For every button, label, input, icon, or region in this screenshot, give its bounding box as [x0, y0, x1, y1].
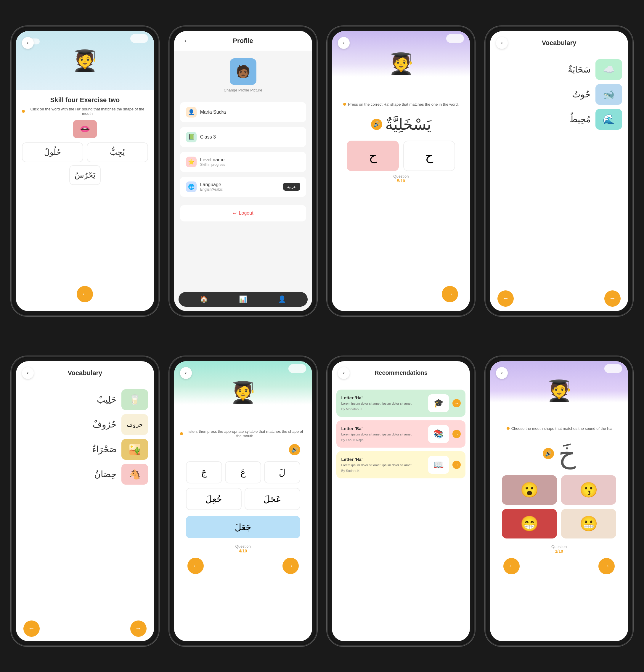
profile-header: ‹ Profile	[174, 31, 312, 51]
lang-icon: 🌐	[186, 181, 196, 192]
vocab-img-milk: 🥛	[121, 389, 148, 410]
syllable-1[interactable]: جَ	[186, 461, 222, 483]
rec-img-2: 📚	[428, 425, 449, 443]
change-pic-label[interactable]: Change Profile Picture	[224, 88, 262, 92]
nav-stats[interactable]: 📊	[239, 296, 247, 303]
nav-prev-6[interactable]: ←	[188, 558, 204, 574]
word-choice-1[interactable]: جُعِلَ	[186, 488, 242, 510]
question-counter-3: Question 5/10	[338, 174, 464, 183]
vocab-item-milk: 🥛 حَلِيبٌ	[22, 389, 148, 410]
choice-ha-1[interactable]: ح	[347, 141, 399, 171]
student-illustration-6: 🧑‍🎓	[174, 361, 312, 423]
lang-toggle-btn[interactable]: عربية	[283, 183, 300, 191]
back-button-3[interactable]: ‹	[338, 37, 350, 49]
mouth-option-3[interactable]: 😁	[502, 509, 557, 539]
mouth-option-1[interactable]: 😮	[502, 475, 557, 505]
speaker-btn-3[interactable]: 🔊	[371, 119, 382, 130]
rec-desc-3: Lorem ipsum dolor sit amet, ipsum dolor …	[341, 463, 425, 467]
rec-card-3: Letter 'Ha' Lorem ipsum dolor sit amet, …	[336, 451, 465, 478]
nav-home[interactable]: 🏠	[200, 296, 208, 303]
nav-next-3[interactable]: →	[442, 286, 458, 302]
word-choice-2[interactable]: عَجَلَ	[245, 488, 300, 510]
phone-frame-5: ‹ Vocabulary 🥛 حَلِيبٌ حروف حُرُوفٌ 🏜️ ص…	[11, 356, 159, 646]
nav-next-6[interactable]: →	[283, 558, 299, 574]
rec-arrow-2[interactable]: →	[452, 430, 461, 438]
screen-content-6: listen, then press the appropriate sylla…	[174, 423, 312, 641]
back-button-4[interactable]: ‹	[496, 37, 508, 49]
class-value: Class 3	[200, 134, 300, 140]
rec-by-3: By Sudhra K.	[341, 469, 425, 472]
syllable-3[interactable]: لَ	[264, 461, 300, 483]
exercise-instruction-6: listen, then press the appropriate sylla…	[180, 429, 306, 438]
vocab-title-4: Vocabulary	[542, 39, 576, 47]
rec-letter-1: Letter 'Ha'	[341, 395, 425, 400]
vocab-prev-5[interactable]: ←	[23, 621, 40, 637]
exercise-instruction-8: Choose the mouth shape that matches the …	[496, 426, 622, 431]
phone-frame-8: ‹ 🧑‍🎓 Choose the mouth shape that matche…	[485, 356, 633, 646]
vocab-nav-5: ← →	[16, 616, 154, 641]
back-button-7[interactable]: ‹	[338, 367, 350, 379]
vocab-title-5: Vocabulary	[68, 369, 102, 377]
back-button-6[interactable]: ‹	[180, 367, 192, 379]
dot-indicator-3	[343, 103, 346, 106]
profile-level-field: ⭐ Level name Skill in progress	[180, 152, 306, 172]
vocab-header-4: ‹ Vocabulary	[490, 31, 628, 55]
vocab-next-4[interactable]: →	[604, 290, 621, 307]
rec-img-3: 📖	[428, 456, 449, 473]
nav-profile[interactable]: 👤	[278, 296, 286, 303]
rec-info-3: Letter 'Ha' Lorem ipsum dolor sit amet, …	[341, 457, 425, 472]
screen-6: ‹ 🧑‍🎓 listen, then press the appropriate…	[174, 361, 312, 641]
nav-next-8[interactable]: →	[598, 558, 615, 574]
screen-1: 🧑‍🎓 ‹ Skill four Exercise two Click on t…	[16, 31, 154, 311]
phone-frame-1: 🧑‍🎓 ‹ Skill four Exercise two Click on t…	[11, 26, 159, 316]
mouth-option-4[interactable]: 😬	[561, 509, 616, 539]
name-text: Maria Sudra	[200, 109, 300, 115]
word-option-1[interactable]: حُلُولٌ	[22, 142, 83, 162]
vocab-img-ocean: 🌊	[595, 109, 622, 130]
screen6-hero: ‹ 🧑‍🎓	[174, 361, 312, 423]
rec-arrow-3[interactable]: →	[452, 461, 461, 469]
choice-ha-2[interactable]: ح	[403, 141, 455, 171]
nav-bottom-1: ←	[22, 286, 148, 305]
phone-4: ‹ Vocabulary ☁️ سَحَابَةٌ 🐋 حُوتٌ 🌊 مُحِ…	[483, 9, 635, 333]
ha-choices: ح ح	[338, 141, 464, 171]
vocab-item-horse: 🐴 حِصَانٌ	[22, 464, 148, 484]
vocab-word-3: مُحِيطٌ	[569, 114, 591, 124]
back-button-1[interactable]: ‹	[22, 37, 34, 49]
counter-value-6: 4/10	[239, 549, 247, 553]
rec-info-1: Letter 'Ha' Lorem ipsum dolor sit amet, …	[341, 395, 425, 411]
name-value: Maria Sudra	[200, 109, 300, 115]
vocab-prev-4[interactable]: ←	[498, 290, 514, 307]
profile-back-btn[interactable]: ‹	[180, 36, 191, 46]
screen-5: ‹ Vocabulary 🥛 حَلِيبٌ حروف حُرُوفٌ 🏜️ ص…	[16, 361, 154, 641]
phone-3: ‹ 🧑‍🎓 Press on the correct Ha' shape tha…	[325, 9, 477, 333]
vocab-img-letters: حروف	[121, 414, 148, 435]
vocab-next-5[interactable]: →	[130, 621, 146, 637]
logout-button[interactable]: ↩ Logout	[180, 205, 306, 221]
nav-back-1[interactable]: ←	[77, 286, 93, 302]
rec-arrow-1[interactable]: →	[452, 399, 461, 407]
phone-frame-2: ‹ Profile 🧑🏾 Change Profile Picture 👤 Ma…	[169, 26, 317, 316]
back-button-8[interactable]: ‹	[496, 367, 508, 379]
vocab-item-1: ☁️ سَحَابَةٌ	[496, 59, 622, 80]
name-icon: 👤	[186, 107, 196, 118]
profile-page-title: Profile	[233, 37, 253, 45]
syllable-2[interactable]: عَ	[225, 461, 261, 483]
word-option-3[interactable]: يَحْرُسُ	[69, 165, 101, 185]
rec-info-2: Letter 'Ba' Lorem ipsum dolor sit amet, …	[341, 426, 425, 441]
rec-list: Letter 'Ha' Lorem ipsum dolor sit amet, …	[332, 385, 470, 641]
level-icon: ⭐	[186, 157, 196, 167]
vocab-item-letters: حروف حُرُوفٌ	[22, 414, 148, 435]
mouth-emoji-2: 😗	[580, 481, 598, 499]
syllable-header: 🔊	[180, 443, 306, 457]
word-option-2[interactable]: يُجِبُّ	[87, 142, 148, 162]
mouth-option-2[interactable]: 😗	[561, 475, 616, 505]
mouth-options: 😮 😗 😁 😬	[496, 475, 622, 539]
nav-prev-8[interactable]: ←	[503, 558, 520, 574]
screen-3: ‹ 🧑‍🎓 Press on the correct Ha' shape tha…	[332, 31, 470, 311]
exercise-title: Skill four Exercise two	[22, 96, 148, 104]
speaker-btn-6[interactable]: 🔊	[289, 444, 300, 455]
student-figure-8: 🧑‍🎓	[546, 379, 572, 403]
back-button-5[interactable]: ‹	[22, 367, 34, 379]
speaker-btn-8[interactable]: 🔊	[543, 448, 554, 459]
